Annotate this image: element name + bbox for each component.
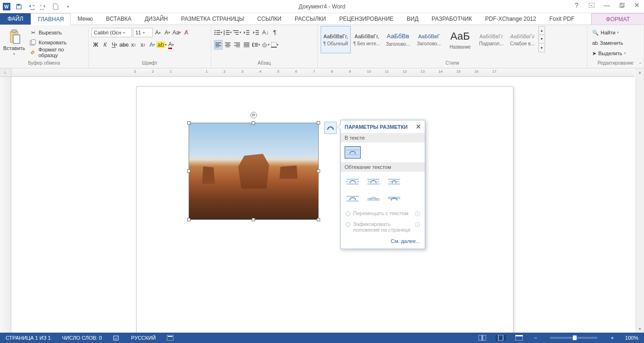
zoom-in-icon[interactable]: + bbox=[609, 335, 615, 341]
wrap-behind[interactable] bbox=[365, 192, 381, 205]
selected-image[interactable]: ⟳ bbox=[189, 123, 319, 220]
tab-pdfxchange[interactable]: PDF-XChange 2012 bbox=[479, 13, 543, 25]
styles-gallery-nav[interactable]: ▴▾▾ bbox=[538, 26, 545, 52]
styles-down-icon[interactable]: ▾ bbox=[539, 35, 545, 43]
resize-handle[interactable] bbox=[252, 218, 255, 221]
tab-design[interactable]: ДИЗАЙН bbox=[138, 13, 174, 25]
style-title[interactable]: АаБНазвание bbox=[445, 26, 475, 53]
scroll-down-icon[interactable]: ▾ bbox=[636, 325, 644, 333]
popup-close-icon[interactable]: ✕ bbox=[416, 123, 421, 130]
close-icon[interactable]: ✕ bbox=[630, 0, 644, 10]
wrap-through[interactable] bbox=[386, 176, 402, 188]
bold-icon[interactable]: Ж bbox=[91, 40, 100, 50]
cut-button[interactable]: ✂Вырезать bbox=[27, 28, 85, 37]
language-indicator[interactable]: РУССКИЙ bbox=[129, 335, 157, 341]
paste-button[interactable]: Вставить ▾ bbox=[3, 28, 25, 57]
tab-mailings[interactable]: РАССЫЛКИ bbox=[288, 13, 332, 25]
borders-icon[interactable]: ▾ bbox=[271, 40, 279, 50]
font-size-combo[interactable]: 11▾ bbox=[133, 28, 153, 37]
ruler-corner[interactable]: L bbox=[0, 68, 11, 77]
style-normal[interactable]: АаБбВвГг,¶ Обычный bbox=[321, 26, 351, 53]
align-center-icon[interactable] bbox=[223, 40, 232, 50]
clear-format-icon[interactable]: A̸ bbox=[182, 28, 190, 37]
numbering-icon[interactable]: 123▾ bbox=[223, 28, 232, 37]
format-painter-button[interactable]: Формат по образцу bbox=[27, 48, 85, 57]
justify-icon[interactable] bbox=[242, 40, 251, 50]
tab-layout[interactable]: РАЗМЕТКА СТРАНИЦЫ bbox=[174, 13, 251, 25]
text-effects-icon[interactable]: A▾ bbox=[148, 40, 157, 50]
info-icon[interactable]: ⓘ bbox=[415, 221, 420, 228]
zoom-thumb[interactable] bbox=[573, 335, 577, 340]
web-layout-icon[interactable] bbox=[513, 335, 525, 341]
highlight-icon[interactable]: ab▾ bbox=[157, 40, 166, 50]
horizontal-ruler[interactable]: 3211234567891011121314151617 bbox=[11, 68, 635, 77]
shading-icon[interactable]: ▾ bbox=[261, 40, 270, 50]
grow-font-icon[interactable]: A▴ bbox=[154, 28, 162, 37]
page-indicator[interactable]: СТРАНИЦА 1 ИЗ 1 bbox=[4, 335, 53, 341]
resize-handle[interactable] bbox=[187, 218, 190, 221]
minimize-icon[interactable]: — bbox=[600, 0, 614, 10]
subscript-icon[interactable]: x2 bbox=[129, 40, 138, 50]
tab-developer[interactable]: РАЗРАБОТЧИК bbox=[425, 13, 479, 25]
new-doc-icon[interactable] bbox=[50, 1, 61, 12]
tab-review[interactable]: РЕЦЕНЗИРОВАНИЕ bbox=[332, 13, 400, 25]
font-family-combo[interactable]: Calibri (Осн▾ bbox=[91, 28, 132, 37]
macro-icon[interactable] bbox=[165, 335, 175, 341]
rotate-handle-icon[interactable]: ⟳ bbox=[250, 112, 257, 118]
line-spacing-icon[interactable]: ▾ bbox=[252, 40, 260, 50]
italic-icon[interactable]: К bbox=[101, 40, 109, 50]
bullets-icon[interactable]: ▾ bbox=[214, 28, 223, 37]
info-icon[interactable]: ⓘ bbox=[415, 210, 420, 218]
zoom-slider[interactable] bbox=[550, 337, 597, 339]
wrap-tight[interactable] bbox=[365, 176, 381, 188]
sort-icon[interactable]: A↓ bbox=[261, 28, 270, 37]
styles-more-icon[interactable]: ▾ bbox=[539, 43, 545, 52]
multilevel-icon[interactable]: ▾ bbox=[233, 28, 241, 37]
zoom-level[interactable]: 100% bbox=[623, 335, 640, 341]
increase-indent-icon[interactable] bbox=[252, 28, 260, 37]
layout-options-button[interactable] bbox=[324, 122, 337, 134]
style-subtitle[interactable]: АаБбВвГгПодзагол... bbox=[476, 26, 506, 53]
wrap-topbottom[interactable] bbox=[345, 192, 361, 205]
tab-references[interactable]: ССЫЛКИ bbox=[251, 13, 288, 25]
style-nospacing[interactable]: АаБбВвГг,¶ Без инте... bbox=[352, 26, 382, 53]
select-button[interactable]: ➤Выделить▾ bbox=[590, 49, 641, 58]
resize-handle[interactable] bbox=[317, 169, 320, 173]
tab-home[interactable]: ГЛАВНАЯ bbox=[31, 13, 71, 25]
underline-icon[interactable]: Ч▾ bbox=[110, 40, 119, 50]
redo-icon[interactable] bbox=[38, 1, 49, 12]
restore-icon[interactable] bbox=[615, 0, 629, 10]
style-heading2[interactable]: АаБбВвГЗаголово... bbox=[414, 26, 444, 53]
qa-customize-icon[interactable]: ▾ bbox=[62, 1, 74, 12]
find-button[interactable]: 🔍Найти▾ bbox=[590, 28, 641, 37]
decrease-indent-icon[interactable] bbox=[242, 28, 251, 37]
wrap-front[interactable] bbox=[386, 192, 402, 205]
zoom-out-icon[interactable]: − bbox=[532, 335, 539, 341]
superscript-icon[interactable]: x2 bbox=[139, 40, 147, 50]
font-color-icon[interactable]: A▾ bbox=[167, 40, 175, 50]
see-more-link[interactable]: См. далее... bbox=[341, 234, 425, 249]
tab-insert[interactable]: ВСТАВКА bbox=[99, 13, 138, 25]
strike-icon[interactable]: abc bbox=[120, 40, 128, 50]
replace-button[interactable]: abЗаменить bbox=[590, 38, 641, 48]
spellcheck-icon[interactable] bbox=[111, 335, 122, 341]
tab-view[interactable]: ВИД bbox=[400, 13, 425, 25]
change-case-icon[interactable]: Aa▾ bbox=[173, 28, 181, 37]
help-icon[interactable]: ? bbox=[570, 0, 584, 10]
copy-button[interactable]: Копировать bbox=[27, 38, 85, 47]
app-icon[interactable]: W bbox=[1, 1, 12, 12]
vertical-ruler[interactable] bbox=[0, 77, 11, 333]
tab-format[interactable]: ФОРМАТ bbox=[591, 13, 644, 25]
save-icon[interactable] bbox=[13, 1, 25, 12]
style-subtle[interactable]: АаБбВвГгСлабое в... bbox=[507, 26, 537, 53]
page-area[interactable]: ⟳ ПАРАМЕТРЫ РАЗМЕТКИ ✕ bbox=[11, 77, 635, 333]
vertical-scrollbar[interactable]: ▴ ▾ bbox=[636, 68, 644, 333]
align-right-icon[interactable] bbox=[233, 40, 241, 50]
word-count[interactable]: ЧИСЛО СЛОВ: 0 bbox=[60, 335, 104, 341]
show-marks-icon[interactable]: ¶ bbox=[271, 28, 279, 37]
print-layout-icon[interactable] bbox=[495, 335, 506, 341]
shrink-font-icon[interactable]: A▾ bbox=[163, 28, 172, 37]
read-mode-icon[interactable] bbox=[477, 335, 488, 341]
wrap-square[interactable] bbox=[345, 176, 361, 188]
styles-up-icon[interactable]: ▴ bbox=[539, 26, 545, 35]
